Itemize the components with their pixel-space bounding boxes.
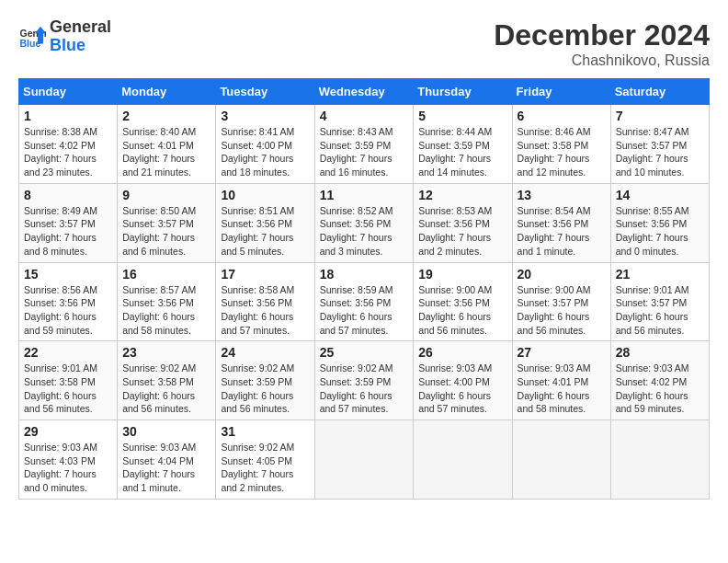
day-info: Sunrise: 9:03 AM Sunset: 4:00 PM Dayligh… <box>418 362 506 416</box>
calendar-cell: 10 Sunrise: 8:51 AM Sunset: 3:56 PM Dayl… <box>216 183 314 262</box>
calendar-cell: 15 Sunrise: 8:56 AM Sunset: 3:56 PM Dayl… <box>19 262 118 341</box>
day-number: 30 <box>122 424 210 439</box>
calendar-cell: 18 Sunrise: 8:59 AM Sunset: 3:56 PM Dayl… <box>314 262 414 341</box>
calendar-cell: 27 Sunrise: 9:03 AM Sunset: 4:01 PM Dayl… <box>512 341 610 420</box>
day-number: 13 <box>518 188 606 202</box>
day-info: Sunrise: 9:02 AM Sunset: 4:05 PM Dayligh… <box>221 441 309 495</box>
calendar-cell: 26 Sunrise: 9:03 AM Sunset: 4:00 PM Dayl… <box>414 341 512 420</box>
calendar-cell: 11 Sunrise: 8:52 AM Sunset: 3:56 PM Dayl… <box>314 183 414 262</box>
day-info: Sunrise: 9:03 AM Sunset: 4:03 PM Dayligh… <box>24 441 112 495</box>
calendar-cell: 9 Sunrise: 8:50 AM Sunset: 3:57 PM Dayli… <box>118 183 216 262</box>
day-number: 19 <box>418 267 506 282</box>
calendar-cell: 5 Sunrise: 8:44 AM Sunset: 3:59 PM Dayli… <box>414 105 512 184</box>
day-info: Sunrise: 8:51 AM Sunset: 3:56 PM Dayligh… <box>221 204 309 259</box>
day-info: Sunrise: 8:44 AM Sunset: 3:59 PM Dayligh… <box>418 125 506 179</box>
day-number: 12 <box>418 188 506 202</box>
day-info: Sunrise: 8:41 AM Sunset: 4:00 PM Dayligh… <box>221 125 309 179</box>
day-info: Sunrise: 8:57 AM Sunset: 3:56 PM Dayligh… <box>122 283 210 338</box>
day-number: 24 <box>221 345 309 360</box>
day-info: Sunrise: 8:38 AM Sunset: 4:02 PM Dayligh… <box>24 125 112 179</box>
calendar-week-row: 22 Sunrise: 9:01 AM Sunset: 3:58 PM Dayl… <box>19 341 710 420</box>
day-info: Sunrise: 9:02 AM Sunset: 3:58 PM Dayligh… <box>122 362 210 416</box>
day-number: 25 <box>320 345 409 360</box>
calendar-cell <box>314 420 414 500</box>
day-info: Sunrise: 8:53 AM Sunset: 3:56 PM Dayligh… <box>418 204 506 259</box>
day-number: 1 <box>24 109 112 123</box>
month-year-title: December 2024 <box>494 18 710 52</box>
day-number: 2 <box>122 109 210 123</box>
calendar-cell: 31 Sunrise: 9:02 AM Sunset: 4:05 PM Dayl… <box>216 420 314 500</box>
day-number: 17 <box>221 267 309 282</box>
calendar-cell: 3 Sunrise: 8:41 AM Sunset: 4:00 PM Dayli… <box>216 105 314 184</box>
calendar-cell: 8 Sunrise: 8:49 AM Sunset: 3:57 PM Dayli… <box>19 183 118 262</box>
location-subtitle: Chashnikovo, Russia <box>494 52 710 69</box>
calendar-cell: 7 Sunrise: 8:47 AM Sunset: 3:57 PM Dayli… <box>610 105 709 184</box>
calendar-cell: 12 Sunrise: 8:53 AM Sunset: 3:56 PM Dayl… <box>414 183 512 262</box>
day-info: Sunrise: 9:02 AM Sunset: 3:59 PM Dayligh… <box>221 362 309 416</box>
calendar-day-header: Monday <box>118 79 216 105</box>
calendar-day-header: Saturday <box>610 79 709 105</box>
calendar-cell: 17 Sunrise: 8:58 AM Sunset: 3:56 PM Dayl… <box>216 262 314 341</box>
day-info: Sunrise: 9:03 AM Sunset: 4:02 PM Dayligh… <box>616 362 704 416</box>
logo: General Blue General Blue <box>18 18 111 55</box>
page-header: General Blue General Blue December 2024 … <box>18 18 710 69</box>
calendar-day-header: Thursday <box>414 79 512 105</box>
calendar-cell: 22 Sunrise: 9:01 AM Sunset: 3:58 PM Dayl… <box>19 341 118 420</box>
day-number: 14 <box>616 188 704 202</box>
calendar-cell: 24 Sunrise: 9:02 AM Sunset: 3:59 PM Dayl… <box>216 341 314 420</box>
day-info: Sunrise: 9:01 AM Sunset: 3:57 PM Dayligh… <box>616 283 704 338</box>
day-info: Sunrise: 8:59 AM Sunset: 3:56 PM Dayligh… <box>320 283 409 338</box>
svg-text:Blue: Blue <box>20 37 41 48</box>
calendar-cell: 4 Sunrise: 8:43 AM Sunset: 3:59 PM Dayli… <box>314 105 414 184</box>
calendar-cell: 28 Sunrise: 9:03 AM Sunset: 4:02 PM Dayl… <box>610 341 709 420</box>
calendar-cell <box>610 420 709 500</box>
calendar-week-row: 15 Sunrise: 8:56 AM Sunset: 3:56 PM Dayl… <box>19 262 710 341</box>
day-info: Sunrise: 8:46 AM Sunset: 3:58 PM Dayligh… <box>518 125 606 179</box>
calendar-cell: 23 Sunrise: 9:02 AM Sunset: 3:58 PM Dayl… <box>118 341 216 420</box>
day-info: Sunrise: 8:55 AM Sunset: 3:56 PM Dayligh… <box>616 204 704 259</box>
day-number: 27 <box>518 345 606 360</box>
day-number: 11 <box>320 188 409 202</box>
day-info: Sunrise: 9:01 AM Sunset: 3:58 PM Dayligh… <box>24 362 112 416</box>
day-number: 20 <box>518 267 606 282</box>
day-number: 7 <box>616 109 704 123</box>
day-info: Sunrise: 8:50 AM Sunset: 3:57 PM Dayligh… <box>122 204 210 259</box>
day-info: Sunrise: 9:00 AM Sunset: 3:56 PM Dayligh… <box>418 283 506 338</box>
calendar-header-row: SundayMondayTuesdayWednesdayThursdayFrid… <box>19 79 710 105</box>
day-number: 23 <box>122 345 210 360</box>
calendar-day-header: Friday <box>512 79 610 105</box>
day-number: 8 <box>24 188 112 202</box>
day-info: Sunrise: 8:58 AM Sunset: 3:56 PM Dayligh… <box>221 283 309 338</box>
calendar-cell: 30 Sunrise: 9:03 AM Sunset: 4:04 PM Dayl… <box>118 420 216 500</box>
day-number: 18 <box>320 267 409 282</box>
day-number: 3 <box>221 109 309 123</box>
day-info: Sunrise: 8:49 AM Sunset: 3:57 PM Dayligh… <box>24 204 112 259</box>
day-info: Sunrise: 8:43 AM Sunset: 3:59 PM Dayligh… <box>320 125 409 179</box>
calendar-cell <box>512 420 610 500</box>
day-number: 5 <box>418 109 506 123</box>
day-info: Sunrise: 8:56 AM Sunset: 3:56 PM Dayligh… <box>24 283 112 338</box>
calendar-day-header: Wednesday <box>314 79 414 105</box>
calendar-day-header: Tuesday <box>216 79 314 105</box>
day-info: Sunrise: 9:03 AM Sunset: 4:01 PM Dayligh… <box>518 362 606 416</box>
calendar-cell: 2 Sunrise: 8:40 AM Sunset: 4:01 PM Dayli… <box>118 105 216 184</box>
calendar-day-header: Sunday <box>19 79 118 105</box>
day-number: 21 <box>616 267 704 282</box>
calendar-cell: 20 Sunrise: 9:00 AM Sunset: 3:57 PM Dayl… <box>512 262 610 341</box>
day-number: 4 <box>320 109 409 123</box>
calendar-cell: 21 Sunrise: 9:01 AM Sunset: 3:57 PM Dayl… <box>610 262 709 341</box>
logo-icon: General Blue <box>18 23 46 51</box>
day-info: Sunrise: 9:03 AM Sunset: 4:04 PM Dayligh… <box>122 441 210 495</box>
day-number: 10 <box>221 188 309 202</box>
day-number: 26 <box>418 345 506 360</box>
calendar-cell: 25 Sunrise: 9:02 AM Sunset: 3:59 PM Dayl… <box>314 341 414 420</box>
day-number: 29 <box>24 424 112 439</box>
day-info: Sunrise: 8:40 AM Sunset: 4:01 PM Dayligh… <box>122 125 210 179</box>
calendar-cell: 14 Sunrise: 8:55 AM Sunset: 3:56 PM Dayl… <box>610 183 709 262</box>
day-number: 9 <box>122 188 210 202</box>
calendar-week-row: 1 Sunrise: 8:38 AM Sunset: 4:02 PM Dayli… <box>19 105 710 184</box>
calendar-cell <box>414 420 512 500</box>
calendar-cell: 13 Sunrise: 8:54 AM Sunset: 3:56 PM Dayl… <box>512 183 610 262</box>
day-number: 15 <box>24 267 112 282</box>
day-info: Sunrise: 9:02 AM Sunset: 3:59 PM Dayligh… <box>320 362 409 416</box>
